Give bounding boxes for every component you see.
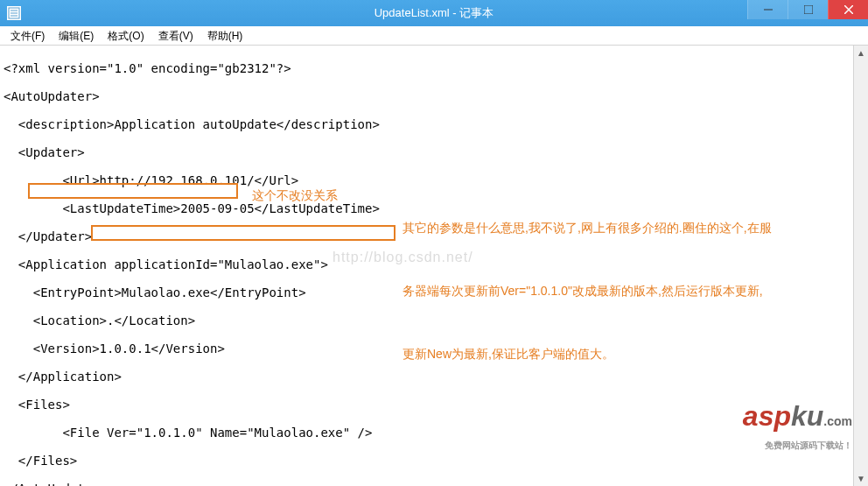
maximize-icon xyxy=(804,5,813,14)
vertical-scrollbar[interactable]: ▲ ▼ xyxy=(853,46,868,486)
annotation-note1: 这个不改没关系 xyxy=(252,185,338,206)
menu-edit[interactable]: 编辑(E) xyxy=(52,26,101,46)
menu-help[interactable]: 帮助(H) xyxy=(200,26,250,46)
window-titlebar: UpdateList.xml - 记事本 xyxy=(0,0,868,26)
minimize-button[interactable] xyxy=(747,0,788,19)
logo-subtitle: 免费网站源码下载站！ xyxy=(729,439,852,453)
logo-text-ku: ku xyxy=(791,400,823,432)
annotation-line: 务器端每次更新前Ver="1.0.1.0"改成最新的版本,然后运行版本更新, xyxy=(402,280,772,301)
annotation-line: 更新New为最新,保证比客户端的值大。 xyxy=(402,343,772,364)
menu-view[interactable]: 查看(V) xyxy=(151,26,200,46)
watermark-text: http://blog.csdn.net/ xyxy=(332,250,473,264)
code-line: </AutoUpdater> xyxy=(4,482,868,486)
logo-text-asp: asp xyxy=(743,400,791,432)
notepad-icon xyxy=(7,6,21,20)
logo-text-com: .com xyxy=(823,414,852,428)
minimize-icon xyxy=(764,5,773,14)
window-title: UpdateList.xml - 记事本 xyxy=(374,5,494,21)
maximize-button[interactable] xyxy=(788,0,828,19)
annotation-line: 其它的参数是什么意思,我不说了,网上有很多介绍的.圈住的这个,在服 xyxy=(402,217,772,238)
menu-format[interactable]: 格式(O) xyxy=(101,26,150,46)
close-icon xyxy=(844,5,853,14)
code-line: <AutoUpdater> xyxy=(4,89,868,103)
highlight-version xyxy=(28,183,238,199)
close-button[interactable] xyxy=(828,0,868,19)
code-line: <?xml version="1.0" encoding="gb2312"?> xyxy=(4,61,868,75)
menu-bar: 文件(F) 编辑(E) 格式(O) 查看(V) 帮助(H) xyxy=(0,26,868,46)
code-line: <description>Application autoUpdate</des… xyxy=(4,117,868,131)
scroll-up-arrow-icon[interactable]: ▲ xyxy=(854,46,868,60)
window-controls xyxy=(747,0,868,19)
svg-rect-5 xyxy=(804,5,813,14)
text-editor-content[interactable]: <?xml version="1.0" encoding="gb2312"?> … xyxy=(0,46,868,486)
highlight-file xyxy=(91,225,396,241)
aspku-logo: aspku.com 免费网站源码下载站！ xyxy=(729,395,852,481)
code-line: <Updater> xyxy=(4,145,868,159)
scroll-down-arrow-icon[interactable]: ▼ xyxy=(854,471,868,486)
menu-file[interactable]: 文件(F) xyxy=(4,26,52,46)
annotation-note2: 其它的参数是什么意思,我不说了,网上有很多介绍的.圈住的这个,在服 务器端每次更… xyxy=(402,175,772,406)
